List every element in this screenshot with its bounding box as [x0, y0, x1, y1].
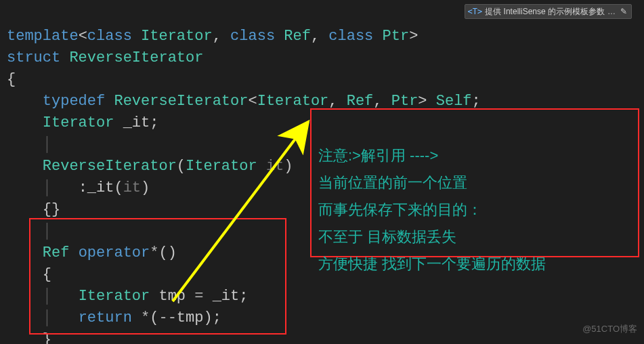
- code-line: ReverseIterator(Iterator it): [7, 158, 293, 175]
- code-line: │ :_it(it): [7, 179, 150, 196]
- code-line: │: [7, 136, 51, 153]
- intellisense-hint[interactable]: <T> 提供 IntelliSense 的示例模板参数 … ✎: [465, 4, 632, 19]
- annotation-line: 而事先保存下来的目的：: [318, 201, 482, 218]
- code-line: typedef ReverseIterator<Iterator, Ref, P…: [7, 93, 481, 110]
- hint-tag: <T>: [468, 6, 483, 17]
- ellipsis-icon[interactable]: …: [607, 6, 616, 17]
- annotation-line: 方便快捷 找到下一个要遍历的数据: [318, 255, 546, 272]
- code-line: {: [7, 71, 16, 88]
- code-line: Iterator _it;: [7, 114, 158, 131]
- code-line: struct ReverseIterator: [7, 49, 203, 66]
- code-line: {}: [7, 201, 60, 218]
- keyword-template: template: [7, 28, 79, 45]
- edit-icon[interactable]: ✎: [619, 7, 628, 16]
- highlight-box-operator: [29, 218, 286, 335]
- watermark: @51CTO博客: [582, 318, 637, 340]
- code-line: template<class Iterator, class Ref, clas…: [7, 28, 418, 45]
- annotation-line: 不至于 目标数据丢失: [318, 228, 456, 245]
- hint-text: 提供 IntelliSense 的示例模板参数: [485, 6, 605, 17]
- annotation-text: 注意:>解引用 ----> 当前位置的前一个位置 而事先保存下来的目的： 不至于…: [318, 115, 546, 278]
- annotation-line: 当前位置的前一个位置: [318, 174, 467, 191]
- annotation-line: 注意:>解引用 ---->: [318, 147, 438, 164]
